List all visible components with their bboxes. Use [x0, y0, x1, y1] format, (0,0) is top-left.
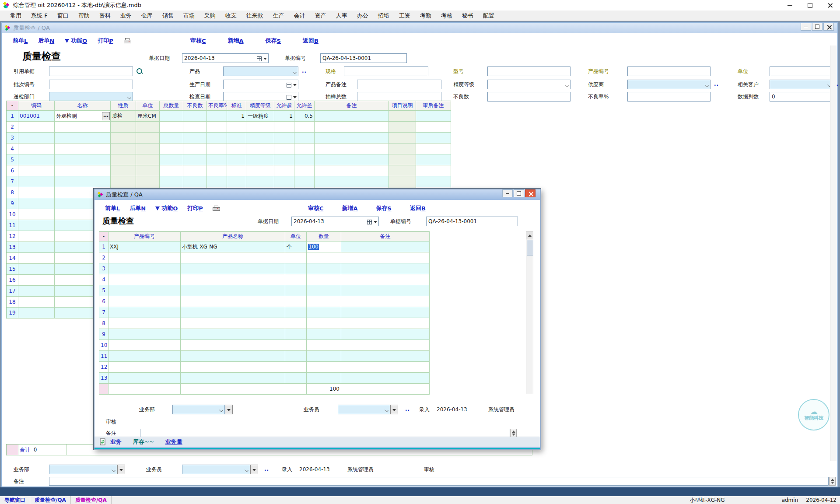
grid-cell[interactable]	[389, 133, 416, 144]
grid-cell[interactable]	[246, 154, 274, 165]
grid-cell[interactable]	[307, 263, 341, 274]
clerk-more-button[interactable]: ..	[264, 466, 269, 472]
grid-cell[interactable]	[307, 351, 341, 362]
menu-item-11[interactable]: 往来款	[242, 10, 268, 21]
grid-cell[interactable]	[181, 318, 285, 329]
grid-cell[interactable]	[341, 307, 430, 318]
grid-cell[interactable]	[18, 144, 55, 154]
grid-cell[interactable]	[108, 263, 181, 274]
biz-dept-combo[interactable]	[49, 465, 117, 474]
column-header[interactable]: 不良率%	[207, 101, 227, 111]
product-note-input[interactable]	[357, 80, 441, 89]
grid-cell[interactable]	[111, 165, 136, 176]
row-selector[interactable]: 17	[7, 286, 18, 297]
grid-cell[interactable]	[183, 176, 207, 187]
row-selector[interactable]: 12	[7, 231, 18, 242]
biz-dept-combo[interactable]	[172, 405, 225, 414]
row-selector[interactable]: 7	[7, 176, 18, 187]
grid-cell[interactable]: 质检	[111, 111, 136, 122]
grid-cell[interactable]	[307, 329, 341, 340]
grid-cell[interactable]	[207, 111, 227, 122]
grid-cell[interactable]	[307, 296, 341, 307]
grid-cell[interactable]	[307, 373, 341, 384]
grid-cell[interactable]	[307, 362, 341, 373]
save-button[interactable]: 保存S	[266, 37, 281, 45]
grid-cell[interactable]: 外观检测…	[55, 111, 111, 122]
column-header[interactable]: 性质	[111, 101, 136, 111]
grid-cell[interactable]	[389, 154, 416, 165]
grid-cell[interactable]	[207, 154, 227, 165]
grid-cell[interactable]	[18, 231, 55, 242]
grid-cell[interactable]	[111, 133, 136, 144]
tab-navigator[interactable]: 导航窗口	[0, 496, 30, 504]
print-button[interactable]: 打印P	[187, 204, 203, 212]
row-selector[interactable]: 1	[7, 111, 18, 122]
grid-cell[interactable]	[341, 252, 430, 263]
prod-date-input[interactable]	[223, 80, 298, 89]
grid-cell[interactable]	[108, 329, 181, 340]
print-button[interactable]: 打印P	[98, 37, 113, 45]
grid-cell[interactable]: 小型机-XG-NG	[181, 242, 285, 252]
column-header[interactable]: 总数量	[160, 101, 183, 111]
grid-cell[interactable]: XXJ	[108, 242, 181, 252]
supplier-dropdown[interactable]	[627, 80, 710, 89]
grid-cell[interactable]	[285, 318, 307, 329]
menu-item-5[interactable]: 业务	[116, 10, 136, 21]
row-selector[interactable]: 9	[99, 329, 108, 340]
grid-cell[interactable]	[18, 253, 55, 264]
note-input[interactable]	[140, 429, 510, 438]
grid-cell[interactable]	[181, 252, 285, 263]
menu-item-21[interactable]: 秘书	[457, 10, 478, 21]
menu-item-18[interactable]: 工资	[394, 10, 415, 21]
precision-dropdown[interactable]	[487, 80, 570, 89]
grid-cell[interactable]	[108, 362, 181, 373]
grid-cell[interactable]	[341, 242, 430, 252]
column-header[interactable]: 备注	[315, 101, 389, 111]
stock-link[interactable]: 库存~~	[133, 438, 154, 446]
column-header[interactable]: 精度等级	[246, 101, 274, 111]
grid-cell[interactable]	[294, 122, 315, 133]
grid-cell[interactable]	[246, 122, 274, 133]
note-input[interactable]	[49, 477, 829, 486]
grid-cell[interactable]	[307, 285, 341, 296]
grid-cell[interactable]	[181, 362, 285, 373]
grid-cell[interactable]	[389, 176, 416, 187]
grid-cell[interactable]	[181, 274, 285, 285]
grid-cell[interactable]	[111, 144, 136, 154]
grid-cell[interactable]: 个	[285, 242, 307, 252]
save-button[interactable]: 保存S	[376, 204, 392, 212]
model-input[interactable]	[487, 66, 570, 76]
scrollbar-thumb[interactable]	[527, 240, 533, 256]
dept-dropdown[interactable]	[49, 92, 133, 102]
grid-cell[interactable]	[55, 144, 111, 154]
note-spinner[interactable]	[829, 477, 836, 486]
grid-cell[interactable]	[315, 122, 389, 133]
grid-cell[interactable]: 厘米CM	[136, 111, 160, 122]
grid-cell[interactable]	[160, 144, 183, 154]
row-selector[interactable]: 2	[7, 122, 18, 133]
menu-item-9[interactable]: 采购	[200, 10, 220, 21]
grid-cell[interactable]: 100	[307, 242, 341, 252]
grid-cell[interactable]	[274, 176, 294, 187]
grid-cell[interactable]	[18, 297, 55, 308]
menu-item-17[interactable]: 招培	[373, 10, 394, 21]
printer-icon[interactable]	[124, 38, 130, 43]
grid-cell[interactable]	[136, 154, 160, 165]
grid-cell[interactable]	[341, 329, 430, 340]
grid-cell[interactable]	[307, 252, 341, 263]
next-doc-button[interactable]: 后单N	[130, 204, 146, 212]
minimize-button[interactable]	[780, 0, 800, 10]
column-header[interactable]: 数量	[307, 232, 341, 242]
doc-minimize-button[interactable]	[801, 23, 811, 31]
audit-button[interactable]: 审核C	[308, 204, 324, 212]
grid-cell[interactable]	[315, 111, 389, 122]
unit-input[interactable]	[770, 66, 833, 76]
grid-cell[interactable]	[341, 263, 430, 274]
grid-cell[interactable]	[55, 176, 111, 187]
menu-item-6[interactable]: 仓库	[136, 10, 158, 21]
grid-cell[interactable]	[341, 296, 430, 307]
row-selector[interactable]: 9	[7, 198, 18, 209]
grid-cell[interactable]	[315, 154, 389, 165]
menu-item-10[interactable]: 收支	[220, 10, 242, 21]
batch-no-input[interactable]	[49, 80, 133, 89]
